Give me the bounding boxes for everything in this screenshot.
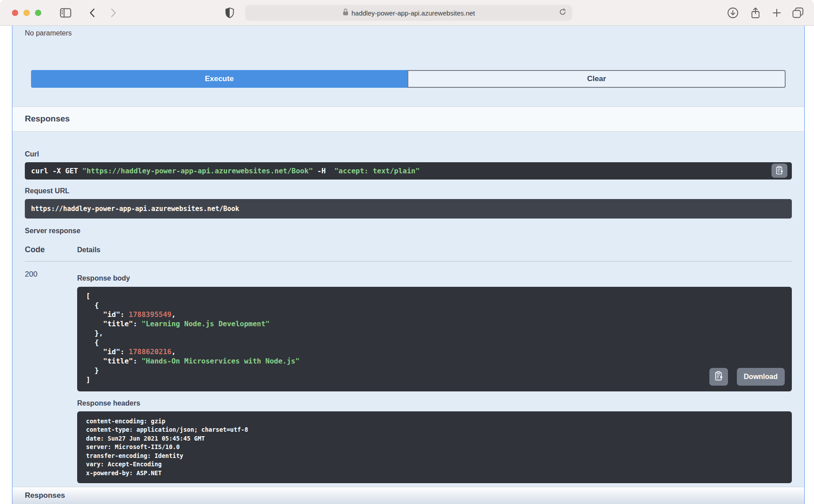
no-parameters-text: No parameters bbox=[25, 29, 792, 37]
server-response-table: Code Details 200 Response body [ { "id":… bbox=[25, 245, 792, 484]
download-circle-icon bbox=[727, 7, 739, 19]
curl-command-text: curl -X GET "https://haddley-power-app-a… bbox=[31, 167, 420, 175]
code-column-header: Code bbox=[25, 245, 77, 254]
server-response-label: Server response bbox=[25, 227, 792, 235]
tab-overview-button[interactable] bbox=[791, 0, 805, 26]
minimize-window-button[interactable] bbox=[23, 10, 30, 16]
clipboard-copy-icon bbox=[775, 166, 783, 176]
sidebar-toggle-button[interactable] bbox=[59, 0, 73, 26]
response-body-label: Response body bbox=[77, 274, 792, 282]
privacy-report-button[interactable] bbox=[223, 0, 237, 26]
lock-icon bbox=[343, 8, 348, 17]
address-bar[interactable]: haddley-power-app-api.azurewebsites.net bbox=[245, 5, 572, 21]
execute-row: Execute Clear bbox=[31, 70, 786, 88]
reload-button[interactable] bbox=[557, 8, 568, 18]
next-responses-section-header: Responses bbox=[12, 487, 804, 504]
page-content: No parameters Execute Clear Responses Cu… bbox=[0, 26, 814, 504]
url-text: haddley-power-app-api.azurewebsites.net bbox=[352, 9, 475, 17]
response-body-json: [ { "id": 1788395549, "title": "Learning… bbox=[86, 291, 783, 384]
server-response-row: 200 Response body [ { "id": 1788395549, … bbox=[25, 262, 792, 484]
response-body-block: [ { "id": 1788395549, "title": "Learning… bbox=[77, 287, 792, 391]
response-headers-block: content-encoding: gzipcontent-type: appl… bbox=[77, 411, 792, 484]
request-url-text: https://haddley-power-app-api.azurewebsi… bbox=[31, 205, 239, 213]
share-button[interactable] bbox=[748, 0, 763, 26]
response-headers-label: Response headers bbox=[77, 399, 792, 407]
copy-response-button[interactable] bbox=[709, 368, 728, 386]
new-tab-button[interactable] bbox=[770, 0, 784, 26]
clear-button[interactable]: Clear bbox=[407, 70, 786, 88]
tabs-icon bbox=[792, 7, 804, 19]
bottom-responses-title: Responses bbox=[25, 491, 65, 500]
responses-section: Curl curl -X GET "https://haddley-power-… bbox=[12, 132, 804, 487]
shield-icon bbox=[225, 8, 234, 18]
reload-icon bbox=[559, 8, 567, 18]
server-response-table-header: Code Details bbox=[25, 245, 792, 262]
copy-curl-button[interactable] bbox=[771, 164, 787, 178]
status-code: 200 bbox=[25, 262, 77, 484]
chevron-right-icon bbox=[110, 8, 117, 18]
traffic-lights bbox=[12, 10, 41, 16]
share-icon bbox=[750, 7, 761, 19]
swagger-opblock: No parameters Execute Clear Responses Cu… bbox=[12, 26, 805, 504]
close-window-button[interactable] bbox=[12, 10, 18, 16]
curl-command-block: curl -X GET "https://haddley-power-app-a… bbox=[25, 162, 792, 180]
response-details-cell: Response body [ { "id": 1788395549, "tit… bbox=[77, 262, 792, 484]
sidebar-icon bbox=[60, 8, 71, 18]
clipboard-copy-icon bbox=[714, 371, 723, 382]
request-url-label: Request URL bbox=[25, 187, 792, 195]
curl-label: Curl bbox=[25, 150, 792, 158]
parameters-section: No parameters Execute Clear bbox=[12, 26, 804, 106]
forward-button[interactable] bbox=[106, 0, 121, 26]
browser-toolbar: haddley-power-app-api.azurewebsites.net bbox=[0, 0, 814, 26]
safari-window: haddley-power-app-api.azurewebsites.net bbox=[0, 0, 814, 504]
execute-button[interactable]: Execute bbox=[31, 70, 407, 88]
responses-title: Responses bbox=[25, 114, 70, 124]
zoom-window-button[interactable] bbox=[35, 10, 41, 16]
back-button[interactable] bbox=[85, 0, 99, 26]
request-url-block: https://haddley-power-app-api.azurewebsi… bbox=[25, 199, 792, 219]
download-button[interactable]: Download bbox=[737, 368, 785, 386]
response-body-actions: Download bbox=[709, 368, 785, 386]
responses-section-header: Responses bbox=[12, 106, 804, 132]
plus-icon bbox=[772, 8, 782, 18]
downloads-button[interactable] bbox=[726, 0, 740, 26]
chevron-left-icon bbox=[89, 8, 95, 18]
details-column-header: Details bbox=[77, 245, 792, 254]
